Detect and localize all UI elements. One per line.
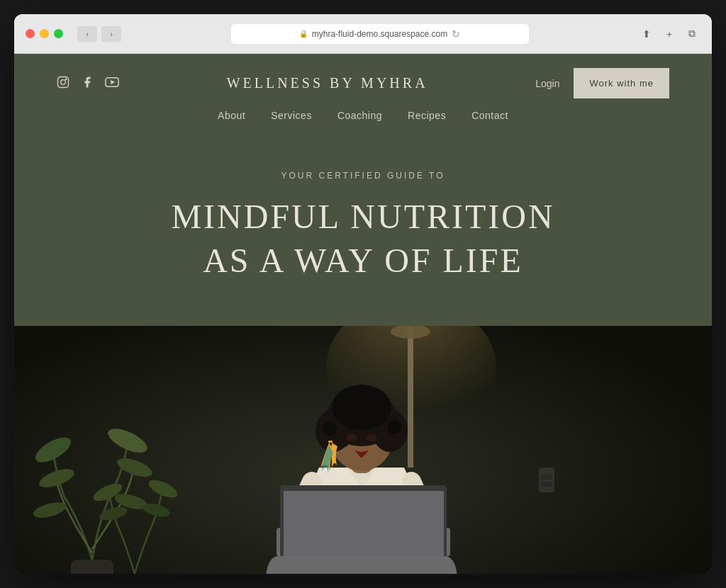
- svg-rect-11: [71, 560, 113, 574]
- hero-subtitle: YOUR CERTIFIED GUIDE TO: [57, 171, 669, 181]
- photo-section: Create A Site Like This Free trial. Inst…: [14, 326, 712, 574]
- nav-item-contact[interactable]: Contact: [471, 110, 508, 121]
- social-icons: [57, 76, 119, 91]
- browser-window: ‹ › 🔒 myhra-fluid-demo.squarespace.com ↻…: [14, 14, 712, 574]
- svg-point-33: [346, 434, 357, 441]
- header-right: Login Work with me: [535, 68, 669, 98]
- url-text: myhra-fluid-demo.squarespace.com: [312, 29, 447, 39]
- refresh-icon[interactable]: ↻: [452, 28, 460, 40]
- svg-rect-40: [542, 482, 552, 487]
- new-tab-button[interactable]: +: [661, 26, 678, 42]
- login-link[interactable]: Login: [535, 78, 559, 89]
- site-header: WELLNESS BY MYHRA Login Work with me Abo…: [14, 54, 712, 135]
- svg-rect-38: [539, 468, 554, 492]
- svg-point-32: [387, 420, 401, 434]
- browser-controls: ‹ ›: [77, 26, 121, 42]
- hero-title-line2: AS A WAY OF LIFE: [203, 242, 523, 279]
- hero-illustration: [14, 326, 712, 574]
- nav-item-about[interactable]: About: [218, 110, 245, 121]
- browser-chrome: ‹ › 🔒 myhra-fluid-demo.squarespace.com ↻…: [14, 14, 712, 54]
- work-with-me-button[interactable]: Work with me: [574, 68, 669, 98]
- svg-point-1: [61, 79, 66, 84]
- forward-button[interactable]: ›: [101, 26, 121, 42]
- nav-item-services[interactable]: Services: [271, 110, 312, 121]
- traffic-lights: [26, 29, 63, 38]
- nav-item-coaching[interactable]: Coaching: [337, 110, 382, 121]
- header-top: WELLNESS BY MYHRA Login Work with me: [57, 68, 669, 98]
- browser-actions: ⬆ + ⧉: [638, 26, 700, 42]
- youtube-icon[interactable]: [105, 77, 119, 90]
- hero-title-line1: MINDFUL NUTRITION: [171, 198, 554, 235]
- svg-point-2: [65, 79, 67, 80]
- site-navigation: About Services Coaching Recipes Contact: [57, 110, 669, 135]
- photo-background: Create A Site Like This Free trial. Inst…: [14, 326, 712, 574]
- maximize-button[interactable]: [54, 29, 63, 38]
- share-button[interactable]: ⬆: [638, 26, 655, 42]
- hero-section: YOUR CERTIFIED GUIDE TO MINDFUL NUTRITIO…: [14, 135, 712, 326]
- site-title: WELLNESS BY MYHRA: [227, 75, 428, 91]
- website-content: WELLNESS BY MYHRA Login Work with me Abo…: [14, 54, 712, 574]
- svg-rect-0: [58, 77, 69, 87]
- svg-rect-8: [408, 326, 413, 468]
- address-bar[interactable]: 🔒 myhra-fluid-demo.squarespace.com ↻: [231, 24, 529, 44]
- instagram-icon[interactable]: [57, 76, 69, 91]
- svg-point-28: [332, 385, 391, 430]
- svg-marker-4: [111, 80, 115, 84]
- svg-point-34: [366, 434, 377, 441]
- nav-item-recipes[interactable]: Recipes: [408, 110, 446, 121]
- lock-icon: 🔒: [299, 30, 308, 38]
- facebook-icon[interactable]: [81, 76, 94, 91]
- minimize-button[interactable]: [40, 29, 49, 38]
- svg-point-31: [323, 422, 337, 436]
- svg-rect-39: [542, 475, 552, 480]
- tab-overview-button[interactable]: ⧉: [683, 26, 700, 42]
- hero-title: MINDFUL NUTRITION AS A WAY OF LIFE: [57, 195, 669, 283]
- back-button[interactable]: ‹: [77, 26, 97, 42]
- svg-rect-35: [328, 441, 333, 443]
- close-button[interactable]: [26, 29, 35, 38]
